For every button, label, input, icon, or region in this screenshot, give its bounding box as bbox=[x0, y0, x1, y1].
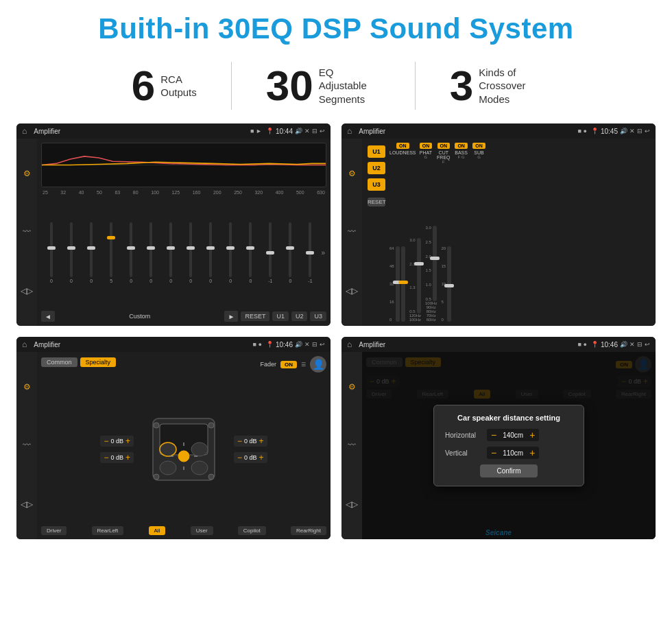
svg-point-3 bbox=[160, 442, 176, 456]
minimize-icon-4[interactable]: ⊟ bbox=[637, 341, 643, 348]
close-icon-2[interactable]: ✕ bbox=[629, 128, 635, 134]
confirm-button[interactable]: Confirm bbox=[480, 464, 537, 477]
user-button[interactable]: User bbox=[191, 526, 213, 535]
minimize-icon-3[interactable]: ⊟ bbox=[312, 341, 317, 348]
amp-s3-nums: 3.0 2.5 2.0 1.5 1.0 0.5 bbox=[426, 226, 431, 301]
location-icon-3: 📍 bbox=[266, 341, 274, 348]
u2-amp-button[interactable]: U2 bbox=[368, 162, 385, 174]
db-val-tl: 0 dB bbox=[110, 438, 123, 445]
amp-s2-freq: 120Hz 100Hz bbox=[409, 314, 421, 322]
back-icon-4[interactable]: ↩ bbox=[645, 341, 650, 348]
loudness-on-badge[interactable]: ON bbox=[396, 143, 409, 149]
media-icon-1: ■ ► bbox=[250, 128, 262, 134]
horizontal-control: − 140cm + bbox=[487, 429, 539, 441]
screen-distance: ⌂ Amplifier ■ ● 📍 10:46 🔊 ✕ ⊟ ↩ ⚙ 〰 ◁▷ bbox=[341, 337, 656, 539]
db-minus-br[interactable]: − bbox=[237, 453, 242, 462]
horizontal-minus[interactable]: − bbox=[491, 430, 496, 440]
minimize-icon-1[interactable]: ⊟ bbox=[312, 128, 317, 134]
amp-controls-panel: ON LOUDNESS ON PHAT G ON CUT FREQ bbox=[389, 143, 487, 322]
screen1-sidebar: ⚙ 〰 ◁▷ bbox=[16, 139, 37, 326]
stats-row: 6 RCAOutputs 30 EQ AdjustableSegments 3 … bbox=[0, 52, 672, 117]
amp-s3-thumb bbox=[430, 257, 440, 260]
horizontal-plus[interactable]: + bbox=[529, 430, 535, 440]
home-icon-2[interactable]: ⌂ bbox=[347, 126, 352, 136]
home-icon-3[interactable]: ⌂ bbox=[22, 340, 27, 349]
specialty-tab[interactable]: Specialty bbox=[80, 357, 117, 367]
db-minus-bl[interactable]: − bbox=[104, 453, 108, 462]
vertical-minus[interactable]: − bbox=[491, 448, 496, 458]
sub-control: ON SUB G bbox=[471, 143, 487, 164]
fader-tabs: Common Specialty bbox=[41, 357, 116, 367]
eq-slider-6: 0 bbox=[142, 222, 160, 283]
close-icon-4[interactable]: ✕ bbox=[629, 341, 635, 348]
wave-icon-4[interactable]: 〰 bbox=[348, 440, 356, 450]
screenshots-grid: ⌂ Amplifier ■ ► 📍 10:44 🔊 ✕ ⊟ ↩ ⚙ 〰 ◁▷ bbox=[0, 117, 672, 546]
all-button[interactable]: All bbox=[149, 526, 166, 535]
modal-vertical-row: Vertical − 110cm + bbox=[445, 447, 573, 459]
eq-bottom-bar: ◄ Custom ► RESET U1 U2 U3 bbox=[41, 311, 326, 322]
close-icon-3[interactable]: ✕ bbox=[304, 341, 310, 348]
eq-slider-4: 5 bbox=[102, 222, 120, 283]
rearleft-button[interactable]: RearLeft bbox=[92, 526, 124, 535]
stat-crossover: 3 Kinds ofCrossover Modes bbox=[416, 64, 575, 107]
next-button[interactable]: ► bbox=[224, 311, 238, 322]
back-icon-2[interactable]: ↩ bbox=[645, 128, 650, 134]
copilot-button[interactable]: Copilot bbox=[238, 526, 266, 535]
db-control-tl: − 0 dB + bbox=[100, 436, 134, 447]
fader-controls-right: Fader ON ≡ 👤 bbox=[260, 356, 326, 373]
u3-button[interactable]: U3 bbox=[310, 311, 326, 321]
common-tab[interactable]: Common bbox=[41, 357, 77, 367]
u1-amp-button[interactable]: U1 bbox=[368, 145, 385, 158]
home-icon-1[interactable]: ⌂ bbox=[22, 126, 27, 136]
audio-icon[interactable]: ◁▷ bbox=[21, 286, 33, 296]
expand-sliders[interactable]: » bbox=[321, 249, 325, 257]
amp-reset-button[interactable]: RESET bbox=[368, 198, 385, 206]
u2-button[interactable]: U2 bbox=[291, 311, 308, 321]
back-icon-3[interactable]: ↩ bbox=[320, 341, 325, 348]
phat-sub: G bbox=[424, 155, 428, 159]
eq-icon-4[interactable]: ⚙ bbox=[348, 382, 356, 392]
db-minus-tl[interactable]: − bbox=[104, 437, 108, 445]
screen4-sidebar: ⚙ 〰 ◁▷ bbox=[341, 352, 362, 539]
close-icon-1[interactable]: ✕ bbox=[304, 128, 310, 134]
u1-button[interactable]: U1 bbox=[272, 311, 289, 321]
media-icon-4: ■ ● bbox=[578, 341, 587, 348]
wave-icon-2[interactable]: 〰 bbox=[348, 227, 356, 237]
car-diagram bbox=[139, 412, 228, 487]
eq-icon[interactable]: ⚙ bbox=[23, 169, 31, 178]
profile-icon[interactable]: 👤 bbox=[310, 356, 326, 373]
cutfreq-on-badge[interactable]: ON bbox=[437, 143, 451, 149]
phat-on-badge[interactable]: ON bbox=[420, 143, 433, 149]
audio-icon-4[interactable]: ◁▷ bbox=[346, 499, 358, 509]
minimize-icon-2[interactable]: ⊟ bbox=[637, 128, 643, 134]
prev-button[interactable]: ◄ bbox=[41, 311, 55, 322]
sub-on-badge[interactable]: ON bbox=[472, 143, 485, 149]
db-plus-br[interactable]: + bbox=[259, 453, 264, 462]
home-icon-4[interactable]: ⌂ bbox=[347, 340, 352, 349]
fader-right-controls: − 0 dB + − 0 dB + bbox=[234, 436, 267, 463]
wave-icon[interactable]: 〰 bbox=[23, 227, 31, 237]
audio-icon-2[interactable]: ◁▷ bbox=[346, 286, 358, 296]
sub-label: SUB bbox=[474, 150, 483, 155]
screen4-body: ⚙ 〰 ◁▷ Common Specialty ON 👤 bbox=[341, 352, 656, 539]
time-1: 10:44 bbox=[276, 128, 293, 135]
vertical-plus[interactable]: + bbox=[529, 448, 535, 458]
db-plus-tr[interactable]: + bbox=[259, 437, 264, 445]
fader-on-toggle[interactable]: ON bbox=[280, 361, 297, 368]
db-plus-bl[interactable]: + bbox=[125, 453, 130, 462]
phat-label: PHAT bbox=[420, 150, 432, 155]
audio-icon-3[interactable]: ◁▷ bbox=[21, 499, 33, 509]
rearright-button[interactable]: RearRight bbox=[291, 526, 326, 535]
wave-icon-3[interactable]: 〰 bbox=[23, 440, 31, 450]
eq-icon-2[interactable]: ⚙ bbox=[348, 169, 356, 178]
db-minus-tr[interactable]: − bbox=[237, 437, 242, 445]
amp-content: U1 U2 U3 RESET ON LOUDNESS bbox=[366, 143, 487, 322]
back-icon-1[interactable]: ↩ bbox=[320, 128, 325, 134]
screen1-body: ⚙ 〰 ◁▷ 2532405063 80100125160200 2503204… bbox=[16, 139, 331, 326]
driver-button[interactable]: Driver bbox=[41, 526, 67, 535]
reset-button[interactable]: RESET bbox=[241, 311, 269, 321]
db-plus-tl[interactable]: + bbox=[125, 437, 130, 445]
eq-icon-3[interactable]: ⚙ bbox=[23, 382, 31, 392]
bass-on-badge[interactable]: ON bbox=[455, 143, 468, 149]
u3-amp-button[interactable]: U3 bbox=[368, 178, 385, 191]
